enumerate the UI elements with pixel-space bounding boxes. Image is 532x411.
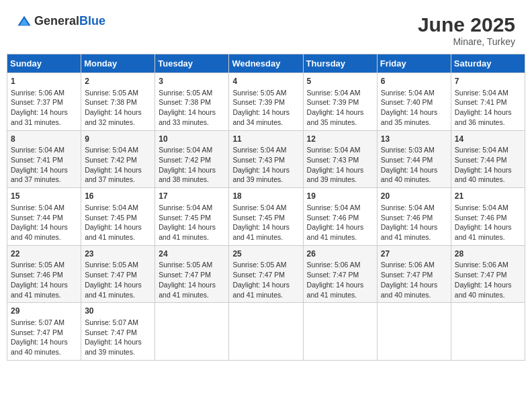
sunrise-text: Sunrise: 5:04 AMSunset: 7:41 PMDaylight:… xyxy=(455,89,512,126)
sunrise-text: Sunrise: 5:04 AMSunset: 7:41 PMDaylight:… xyxy=(11,146,68,183)
table-row: 28 Sunrise: 5:06 AMSunset: 7:47 PMDaylig… xyxy=(451,245,525,303)
day-number: 3 xyxy=(159,76,225,87)
day-number: 19 xyxy=(307,191,373,202)
day-number: 12 xyxy=(307,134,373,145)
table-row: 11 Sunrise: 5:04 AMSunset: 7:43 PMDaylig… xyxy=(229,130,303,188)
table-row: 3 Sunrise: 5:05 AMSunset: 7:38 PMDayligh… xyxy=(155,73,229,131)
col-tuesday: Tuesday xyxy=(155,54,229,73)
sunrise-text: Sunrise: 5:04 AMSunset: 7:44 PMDaylight:… xyxy=(455,146,512,183)
table-row: 21 Sunrise: 5:04 AMSunset: 7:46 PMDaylig… xyxy=(451,188,525,246)
table-row: 5 Sunrise: 5:04 AMSunset: 7:39 PMDayligh… xyxy=(303,73,377,131)
day-number: 22 xyxy=(11,248,77,260)
sunrise-text: Sunrise: 5:05 AMSunset: 7:39 PMDaylight:… xyxy=(232,89,290,126)
day-number: 16 xyxy=(85,191,151,202)
sunrise-text: Sunrise: 5:03 AMSunset: 7:44 PMDaylight:… xyxy=(381,146,438,183)
day-number: 11 xyxy=(232,134,299,145)
day-number: 28 xyxy=(455,248,521,260)
sunrise-text: Sunrise: 5:04 AMSunset: 7:39 PMDaylight:… xyxy=(307,89,364,126)
day-number: 23 xyxy=(85,248,151,260)
day-number: 20 xyxy=(381,191,447,202)
page-title: June 2025 xyxy=(418,13,515,36)
table-row xyxy=(451,303,525,361)
sunrise-text: Sunrise: 5:05 AMSunset: 7:38 PMDaylight:… xyxy=(85,89,142,126)
sunrise-text: Sunrise: 5:05 AMSunset: 7:46 PMDaylight:… xyxy=(11,261,68,298)
calendar-week-row: 29 Sunrise: 5:07 AMSunset: 7:47 PMDaylig… xyxy=(7,303,525,361)
sunrise-text: Sunrise: 5:06 AMSunset: 7:47 PMDaylight:… xyxy=(381,261,438,298)
table-row: 18 Sunrise: 5:04 AMSunset: 7:45 PMDaylig… xyxy=(229,188,303,246)
page-subtitle: Minare, Turkey xyxy=(418,36,515,47)
table-row: 24 Sunrise: 5:05 AMSunset: 7:47 PMDaylig… xyxy=(155,245,229,303)
sunrise-text: Sunrise: 5:04 AMSunset: 7:46 PMDaylight:… xyxy=(381,203,438,241)
day-number: 6 xyxy=(381,76,447,87)
day-number: 14 xyxy=(455,134,521,145)
table-row: 12 Sunrise: 5:04 AMSunset: 7:43 PMDaylig… xyxy=(303,130,377,188)
table-row xyxy=(155,303,229,361)
table-row: 25 Sunrise: 5:05 AMSunset: 7:47 PMDaylig… xyxy=(229,245,303,303)
day-number: 30 xyxy=(85,306,151,317)
day-number: 21 xyxy=(455,191,521,202)
table-row: 16 Sunrise: 5:04 AMSunset: 7:45 PMDaylig… xyxy=(81,188,155,246)
table-row: 6 Sunrise: 5:04 AMSunset: 7:40 PMDayligh… xyxy=(377,73,451,131)
table-row: 26 Sunrise: 5:06 AMSunset: 7:47 PMDaylig… xyxy=(303,245,377,303)
sunrise-text: Sunrise: 5:05 AMSunset: 7:38 PMDaylight:… xyxy=(159,89,216,126)
table-row: 14 Sunrise: 5:04 AMSunset: 7:44 PMDaylig… xyxy=(451,130,525,188)
table-row: 22 Sunrise: 5:05 AMSunset: 7:46 PMDaylig… xyxy=(7,245,81,303)
table-row: 17 Sunrise: 5:04 AMSunset: 7:45 PMDaylig… xyxy=(155,188,229,246)
col-wednesday: Wednesday xyxy=(229,54,303,73)
table-row: 7 Sunrise: 5:04 AMSunset: 7:41 PMDayligh… xyxy=(451,73,525,131)
sunrise-text: Sunrise: 5:05 AMSunset: 7:47 PMDaylight:… xyxy=(159,261,216,298)
sunrise-text: Sunrise: 5:04 AMSunset: 7:43 PMDaylight:… xyxy=(307,146,364,183)
day-number: 2 xyxy=(85,76,151,87)
day-number: 13 xyxy=(381,134,447,145)
table-row: 23 Sunrise: 5:05 AMSunset: 7:47 PMDaylig… xyxy=(81,245,155,303)
table-row: 15 Sunrise: 5:04 AMSunset: 7:44 PMDaylig… xyxy=(7,188,81,246)
sunrise-text: Sunrise: 5:04 AMSunset: 7:45 PMDaylight:… xyxy=(159,203,216,241)
logo-text: GeneralBlue xyxy=(34,14,105,28)
title-block: June 2025 Minare, Turkey xyxy=(418,13,515,47)
calendar-header-row: Sunday Monday Tuesday Wednesday Thursday… xyxy=(7,54,525,73)
col-thursday: Thursday xyxy=(303,54,377,73)
table-row: 13 Sunrise: 5:03 AMSunset: 7:44 PMDaylig… xyxy=(377,130,451,188)
day-number: 4 xyxy=(232,76,299,87)
table-row xyxy=(229,303,303,361)
sunrise-text: Sunrise: 5:05 AMSunset: 7:47 PMDaylight:… xyxy=(85,261,142,298)
sunrise-text: Sunrise: 5:06 AMSunset: 7:47 PMDaylight:… xyxy=(307,261,364,298)
day-number: 25 xyxy=(232,248,299,260)
day-number: 8 xyxy=(11,134,77,145)
sunrise-text: Sunrise: 5:05 AMSunset: 7:47 PMDaylight:… xyxy=(232,261,290,298)
sunrise-text: Sunrise: 5:07 AMSunset: 7:47 PMDaylight:… xyxy=(11,318,68,356)
logo-icon xyxy=(17,13,32,28)
table-row: 30 Sunrise: 5:07 AMSunset: 7:47 PMDaylig… xyxy=(81,303,155,361)
table-row: 20 Sunrise: 5:04 AMSunset: 7:46 PMDaylig… xyxy=(377,188,451,246)
table-row xyxy=(377,303,451,361)
day-number: 9 xyxy=(85,134,151,145)
sunrise-text: Sunrise: 5:07 AMSunset: 7:47 PMDaylight:… xyxy=(85,318,142,356)
sunrise-text: Sunrise: 5:04 AMSunset: 7:45 PMDaylight:… xyxy=(232,203,290,241)
sunrise-text: Sunrise: 5:06 AMSunset: 7:47 PMDaylight:… xyxy=(455,261,512,298)
table-row: 9 Sunrise: 5:04 AMSunset: 7:42 PMDayligh… xyxy=(81,130,155,188)
sunrise-text: Sunrise: 5:04 AMSunset: 7:46 PMDaylight:… xyxy=(455,203,512,241)
calendar-week-row: 1 Sunrise: 5:06 AMSunset: 7:37 PMDayligh… xyxy=(7,73,525,131)
calendar-week-row: 8 Sunrise: 5:04 AMSunset: 7:41 PMDayligh… xyxy=(7,130,525,188)
day-number: 7 xyxy=(455,76,521,87)
page-header: GeneralBlue June 2025 Minare, Turkey xyxy=(7,7,525,50)
sunrise-text: Sunrise: 5:06 AMSunset: 7:37 PMDaylight:… xyxy=(11,89,68,126)
table-row: 4 Sunrise: 5:05 AMSunset: 7:39 PMDayligh… xyxy=(229,73,303,131)
col-friday: Friday xyxy=(377,54,451,73)
calendar-table: Sunday Monday Tuesday Wednesday Thursday… xyxy=(7,54,525,361)
table-row: 1 Sunrise: 5:06 AMSunset: 7:37 PMDayligh… xyxy=(7,73,81,131)
table-row: 19 Sunrise: 5:04 AMSunset: 7:46 PMDaylig… xyxy=(303,188,377,246)
day-number: 29 xyxy=(11,306,77,317)
day-number: 1 xyxy=(11,76,77,87)
calendar-week-row: 15 Sunrise: 5:04 AMSunset: 7:44 PMDaylig… xyxy=(7,188,525,246)
col-monday: Monday xyxy=(81,54,155,73)
table-row xyxy=(303,303,377,361)
col-sunday: Sunday xyxy=(7,54,81,73)
table-row: 8 Sunrise: 5:04 AMSunset: 7:41 PMDayligh… xyxy=(7,130,81,188)
table-row: 2 Sunrise: 5:05 AMSunset: 7:38 PMDayligh… xyxy=(81,73,155,131)
day-number: 10 xyxy=(159,134,225,145)
day-number: 5 xyxy=(307,76,373,87)
day-number: 17 xyxy=(159,191,225,202)
table-row: 10 Sunrise: 5:04 AMSunset: 7:42 PMDaylig… xyxy=(155,130,229,188)
sunrise-text: Sunrise: 5:04 AMSunset: 7:46 PMDaylight:… xyxy=(307,203,364,241)
